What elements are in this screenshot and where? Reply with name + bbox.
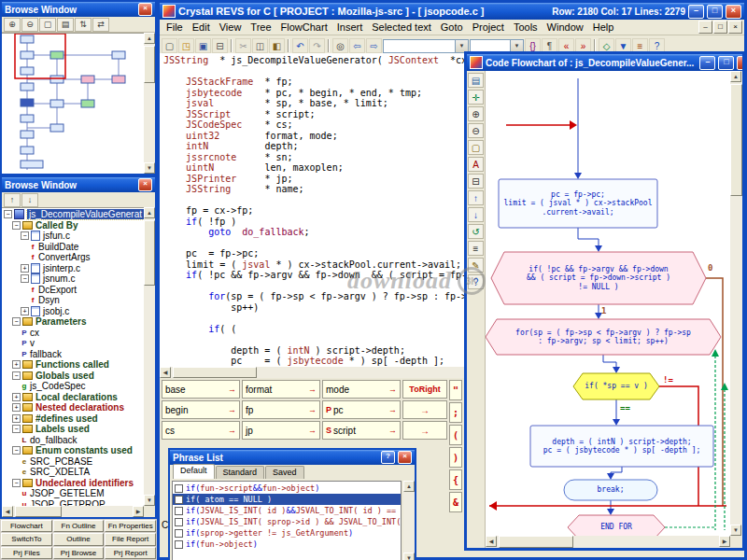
mdi-restore-button[interactable]: □ bbox=[713, 21, 727, 34]
fit-page-icon[interactable]: ▢ bbox=[468, 140, 484, 155]
menu-help[interactable]: Help bbox=[588, 21, 619, 33]
mini-flowchart[interactable] bbox=[2, 33, 144, 174]
tree-item-undeclared-identifiers[interactable]: −Undeclared identifiers bbox=[2, 478, 144, 489]
phrase-item[interactable]: if( atom == NULL ) bbox=[173, 494, 401, 505]
phrase-checkbox[interactable] bbox=[175, 540, 183, 549]
phrase-tab-default[interactable]: Default bbox=[173, 464, 215, 479]
scroll-down-icon[interactable]: ▼ bbox=[730, 525, 741, 536]
go-forward-icon[interactable]: ⇨ bbox=[366, 38, 382, 53]
symbol-button[interactable]: ) bbox=[449, 447, 462, 468]
phrase-checkbox[interactable] bbox=[175, 484, 183, 493]
detail-view-icon[interactable]: ▤ bbox=[57, 18, 74, 32]
token-begin[interactable]: begin→ bbox=[162, 400, 240, 419]
tree-item-labels-used[interactable]: −Labels used bbox=[2, 424, 144, 435]
main-titlebar[interactable]: Crystal REVS for C [ PROJECT : Mozilla-j… bbox=[160, 3, 744, 20]
expand-toggle-icon[interactable]: + bbox=[12, 414, 21, 423]
tree-item-js-codespec[interactable]: gjs_CodeSpec bbox=[2, 381, 144, 392]
menu-edit[interactable]: Edit bbox=[188, 21, 215, 33]
list-icon[interactable]: ≡ bbox=[468, 241, 484, 256]
maximize-button[interactable]: □ bbox=[707, 5, 723, 19]
font-icon[interactable]: A bbox=[468, 157, 484, 172]
panel-tab-prj-browse[interactable]: Prj Browse bbox=[53, 547, 105, 559]
expand-toggle-icon[interactable]: + bbox=[12, 403, 21, 412]
tree-item-fallback[interactable]: Pfallback bbox=[2, 349, 144, 360]
scroll-up-icon[interactable]: ▲ bbox=[144, 207, 155, 218]
phrase-tab-standard[interactable]: Standard bbox=[216, 466, 265, 479]
token-fp[interactable]: fp→ bbox=[242, 400, 320, 419]
scroll-horizontal-icon[interactable]: ⇄ bbox=[92, 18, 109, 32]
zoom-in-icon[interactable]: ⊕ bbox=[4, 18, 21, 32]
back-icon[interactable]: ↺ bbox=[468, 224, 484, 239]
tree-item-parameters[interactable]: −Parameters bbox=[2, 316, 144, 328]
panel-tab-outline[interactable]: Outline bbox=[53, 533, 105, 545]
scroll-down-icon[interactable]: ▼ bbox=[403, 553, 415, 560]
symbol-button[interactable]: ( bbox=[449, 425, 462, 445]
tree-item-src-pcbase[interactable]: eSRC_PCBASE bbox=[2, 456, 144, 468]
scroll-up-icon[interactable]: ▲ bbox=[144, 33, 155, 44]
new-file-icon[interactable]: ▢ bbox=[162, 38, 177, 53]
tree-item-jsobj-c[interactable]: +jsobj.c bbox=[2, 306, 144, 317]
tree-item-dsyn[interactable]: fDsyn bbox=[2, 295, 144, 306]
token--[interactable]: → bbox=[402, 421, 447, 440]
print-icon[interactable]: ⊟ bbox=[212, 38, 228, 53]
browse-tree-titlebar[interactable]: Browse Window × bbox=[2, 177, 155, 192]
zoom-out-icon[interactable]: ⊖ bbox=[21, 18, 38, 32]
scroll-thumb[interactable] bbox=[173, 367, 257, 378]
panel-tab-prj-report[interactable]: Prj Report bbox=[105, 547, 156, 559]
tree-item-js-decompilevaluegenerat[interactable]: −js_DecompileValueGenerat bbox=[2, 209, 144, 220]
edit-icon[interactable]: ✎ bbox=[468, 258, 484, 273]
tree-item-functions-called[interactable]: +Functions called bbox=[2, 359, 144, 371]
tree-item-local-declarations[interactable]: +Local declarations bbox=[2, 392, 144, 403]
tree-item-enum-constants-used[interactable]: −Enum constants used bbox=[2, 445, 144, 456]
find-icon[interactable]: ◎ bbox=[332, 38, 348, 53]
tree-item-jsop-getelem[interactable]: uJSOP_GETELEM bbox=[2, 488, 144, 499]
panel-tab-switchto[interactable]: SwitchTo bbox=[1, 533, 52, 545]
tree-item-nested-declarations[interactable]: +Nested declarations bbox=[2, 402, 144, 413]
token-base[interactable]: base→ bbox=[162, 380, 240, 399]
undo-icon[interactable]: ↶ bbox=[292, 38, 308, 53]
tree-item-do-fallback[interactable]: Ldo_fallback bbox=[2, 435, 144, 446]
flowchart-vscrollbar[interactable]: ▲ ▼ bbox=[730, 71, 742, 536]
panel-tab-file-report[interactable]: File Report bbox=[105, 533, 156, 545]
go-back-icon[interactable]: ⇦ bbox=[349, 38, 365, 53]
tree-item-jsnum-c[interactable]: −jsnum.c bbox=[2, 273, 144, 285]
token-mode[interactable]: mode→ bbox=[322, 380, 401, 399]
phrase-item[interactable]: if( fun->script && fun->object ) bbox=[173, 483, 401, 494]
cut-icon[interactable]: ✂ bbox=[235, 38, 251, 53]
menu-tree[interactable]: Tree bbox=[246, 21, 275, 33]
flow-node-assign-depth-pc[interactable]: depth = ( intN ) script->depth; pc = ( j… bbox=[530, 426, 713, 467]
flowchart-titlebar[interactable]: Code Flowchart of : js_DecompileValueGen… bbox=[467, 54, 742, 71]
minimize-button[interactable]: – bbox=[699, 56, 715, 70]
token-format[interactable]: format→ bbox=[242, 380, 320, 399]
scroll-down-icon[interactable]: ▼ bbox=[144, 162, 155, 174]
tree-vscrollbar[interactable]: ▲ ▼ bbox=[144, 207, 155, 506]
phrase-checkbox[interactable] bbox=[175, 496, 183, 504]
tree-item-src-xdelta[interactable]: eSRC_XDELTA bbox=[2, 467, 144, 478]
close-button[interactable]: × bbox=[398, 451, 412, 464]
phrase-checkbox[interactable] bbox=[175, 529, 183, 538]
tree-item-globals-used[interactable]: −Globals used bbox=[2, 371, 144, 382]
redo-icon[interactable]: ↷ bbox=[309, 38, 325, 53]
scroll-up-icon[interactable]: ▲ bbox=[730, 71, 741, 82]
phrase-titlebar[interactable]: Phrase List ? × bbox=[170, 450, 415, 465]
close-button[interactable]: × bbox=[737, 56, 742, 70]
token-jp[interactable]: jp→ bbox=[242, 421, 320, 440]
scroll-right-icon[interactable]: ▶ bbox=[133, 506, 144, 517]
symbol-button[interactable]: { bbox=[449, 469, 462, 490]
pan-icon[interactable]: ✛ bbox=[468, 90, 484, 105]
tree-item--defines-used[interactable]: +#defines used bbox=[2, 413, 144, 425]
flow-node-if-sp-eq-v[interactable]: if( *sp == v ) bbox=[573, 373, 659, 399]
menu-view[interactable]: View bbox=[215, 21, 247, 33]
phrase-vscrollbar[interactable]: ▲ ▼ bbox=[403, 481, 415, 560]
mdi-minimize-button[interactable]: – bbox=[698, 21, 712, 34]
token-script[interactable]: Sscript→ bbox=[322, 421, 401, 440]
tree-item-jsfun-c[interactable]: −jsfun.c bbox=[2, 231, 144, 242]
panel-tab-fn-outline[interactable]: Fn Outline bbox=[53, 520, 105, 532]
token-cs[interactable]: cs→ bbox=[162, 421, 240, 440]
scroll-left-icon[interactable]: ◀ bbox=[2, 506, 13, 517]
expand-toggle-icon[interactable]: − bbox=[12, 317, 21, 326]
token-toright[interactable]: ToRight bbox=[402, 380, 447, 399]
move-down-icon[interactable]: ↓ bbox=[21, 193, 38, 207]
paste-icon[interactable]: ◧ bbox=[269, 38, 285, 53]
flow-node-assign-pc-limit[interactable]: pc = fp->pc; limit = ( jsval * ) cx->sta… bbox=[499, 179, 657, 228]
